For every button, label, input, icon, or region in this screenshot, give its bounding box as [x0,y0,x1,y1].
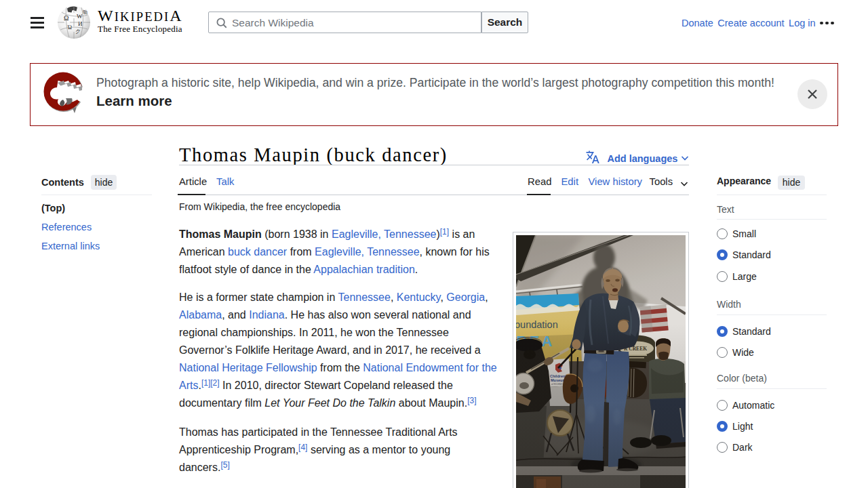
svg-text:Ω: Ω [64,14,68,22]
svg-text:Ώ: Ώ [67,24,72,30]
svg-text:ク: ク [75,28,81,35]
svg-text:动: 动 [83,9,87,15]
svg-text:И: И [78,20,83,27]
svg-text:W: W [77,13,83,20]
